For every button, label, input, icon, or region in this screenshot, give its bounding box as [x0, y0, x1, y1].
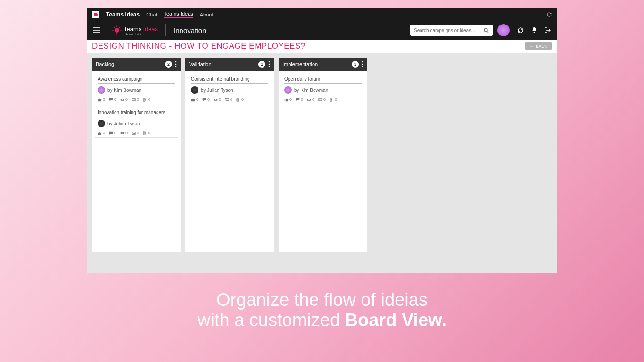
comments-stat: 0	[109, 97, 116, 102]
column-title: Implementation	[282, 61, 352, 67]
card-stats: 00000	[98, 97, 175, 102]
board-card[interactable]: Innovation training for managersby Julia…	[95, 107, 178, 138]
titlebar: Teams Ideas Chat Teams Ideas About	[87, 8, 557, 21]
refresh-icon[interactable]	[546, 12, 552, 17]
marketing-text: Organize the flow of ideias with a custo…	[0, 290, 644, 330]
images-stat: 0	[132, 97, 139, 102]
back-button[interactable]: ← BACK	[525, 42, 552, 50]
svg-line-10	[119, 33, 120, 33]
author-name: by Kim Bowman	[107, 88, 141, 93]
svg-point-26	[269, 61, 270, 63]
column-count-badge: 1	[258, 61, 265, 68]
column-count-badge: 1	[352, 61, 359, 68]
hamburger-icon[interactable]	[93, 27, 102, 33]
svg-line-12	[119, 27, 120, 28]
svg-point-35	[362, 66, 363, 67]
svg-point-28	[269, 66, 270, 67]
column-count-badge: 2	[165, 61, 172, 68]
svg-rect-19	[122, 99, 123, 100]
svg-point-0	[94, 13, 98, 16]
svg-point-15	[175, 61, 177, 63]
avatar-icon	[191, 86, 198, 94]
card-stats: 00000	[191, 97, 268, 102]
search-icon[interactable]	[484, 28, 489, 33]
svg-rect-30	[215, 99, 216, 100]
card-author: by Kim Bowman	[284, 86, 362, 94]
svg-line-14	[487, 31, 488, 33]
images-stat: 0	[132, 131, 139, 135]
app-icon	[92, 11, 99, 18]
board-column: Backlog2Awareness campaignby Kim Bowman0…	[92, 58, 181, 252]
comments-stat: 0	[202, 97, 210, 102]
tab-chat[interactable]: Chat	[146, 12, 157, 17]
svg-rect-23	[122, 132, 123, 133]
tab-teams-ideas[interactable]: Teams Ideas	[164, 11, 193, 18]
svg-point-34	[362, 64, 363, 65]
svg-point-21	[132, 99, 133, 100]
files-stat: 0	[143, 97, 150, 102]
app-title: Teams Ideas	[106, 11, 140, 18]
board-card[interactable]: Awareness campaignby Kim Bowman00000	[95, 74, 178, 104]
marketing-line-1: Organize the flow of ideias	[0, 290, 644, 310]
campaign-title: DESIGN THINKING - HOW TO ENGAGE EMPLOYEE…	[92, 41, 305, 51]
board-card[interactable]: Open daily forumby Kim Bowman00000	[281, 74, 364, 104]
logo: teams ideas IDEATION	[112, 25, 158, 35]
likes-stat: 0	[191, 97, 198, 102]
svg-point-25	[132, 132, 133, 133]
board-column: Implementation1Open daily forumby Kim Bo…	[279, 58, 367, 252]
column-menu-icon[interactable]	[175, 61, 177, 67]
board-column: Validation1Consistent internal brandingb…	[185, 58, 274, 252]
svg-point-13	[484, 28, 487, 32]
column-header: Implementation1	[279, 58, 367, 71]
card-stats: 00000	[98, 131, 175, 135]
card-author: by Julian Tyson	[98, 120, 175, 127]
images-stat: 0	[318, 97, 326, 102]
column-menu-icon[interactable]	[268, 61, 270, 67]
toolbar: teams ideas IDEATION Innovation	[87, 21, 557, 40]
likes-stat: 0	[98, 97, 105, 102]
comments-stat: 0	[296, 97, 303, 102]
back-label: BACK	[536, 44, 547, 49]
campaign-header: DESIGN THINKING - HOW TO ENGAGE EMPLOYEE…	[87, 40, 557, 53]
user-avatar[interactable]	[497, 24, 510, 36]
logo-subtext: IDEATION	[125, 33, 158, 35]
svg-point-32	[226, 99, 227, 100]
card-author: by Julian Tyson	[191, 86, 268, 94]
likes-stat: 0	[284, 97, 292, 102]
sync-icon[interactable]	[517, 27, 524, 33]
search-box[interactable]	[410, 25, 493, 36]
logout-icon[interactable]	[545, 27, 551, 33]
svg-line-9	[114, 27, 115, 28]
avatar-icon	[98, 86, 105, 94]
votes-stat: 0	[120, 131, 128, 135]
likes-stat: 0	[98, 131, 105, 135]
author-name: by Julian Tyson	[107, 121, 140, 126]
card-author: by Kim Bowman	[98, 86, 175, 94]
files-stat: 0	[143, 131, 150, 135]
files-stat: 0	[330, 97, 337, 102]
svg-point-33	[362, 61, 363, 63]
board: Backlog2Awareness campaignby Kim Bowman0…	[87, 53, 557, 273]
card-title: Consistent internal branding	[191, 76, 268, 84]
bell-icon[interactable]	[531, 27, 537, 33]
column-menu-icon[interactable]	[362, 61, 363, 67]
tab-about[interactable]: About	[200, 12, 214, 17]
column-title: Backlog	[96, 61, 165, 67]
arrow-left-icon: ←	[529, 44, 534, 49]
card-title: Open daily forum	[284, 76, 362, 84]
search-input[interactable]	[414, 28, 484, 33]
images-stat: 0	[225, 97, 232, 102]
svg-rect-37	[308, 99, 310, 100]
svg-point-27	[269, 64, 270, 65]
svg-point-17	[175, 66, 177, 67]
board-card[interactable]: Consistent internal brandingby Julian Ty…	[188, 74, 271, 104]
author-name: by Kim Bowman	[294, 88, 328, 93]
votes-stat: 0	[214, 97, 221, 102]
avatar-icon	[98, 120, 105, 127]
svg-point-4	[115, 28, 119, 33]
files-stat: 0	[236, 97, 244, 102]
card-title: Awareness campaign	[98, 76, 175, 84]
svg-point-39	[319, 99, 320, 100]
comments-stat: 0	[109, 131, 116, 135]
page-name: Innovation	[173, 26, 206, 34]
